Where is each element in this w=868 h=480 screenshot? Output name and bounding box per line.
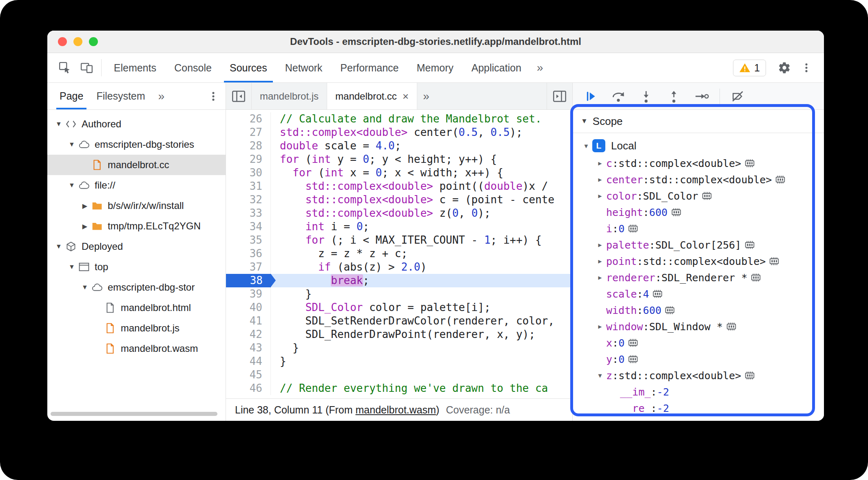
deactivate-breakpoints-button[interactable] <box>728 87 748 106</box>
minimize-window-button[interactable] <box>73 37 82 46</box>
tab-network[interactable]: Network <box>276 53 332 82</box>
line-number[interactable]: 32 <box>226 193 271 207</box>
line-number[interactable]: 44 <box>226 355 271 368</box>
scope-variable-im[interactable]: __im_: -2 <box>573 384 824 400</box>
line-number[interactable]: 40 <box>226 301 271 314</box>
scope-variable-color[interactable]: ▶color: SDL_Color <box>573 188 824 204</box>
code-line-text[interactable]: SDL_SetRenderDrawColor(renderer, color, <box>271 314 572 328</box>
line-number[interactable]: 27 <box>226 126 271 139</box>
code-line-text[interactable]: SDL_RenderDrawPoint(renderer, x, y); <box>271 328 572 341</box>
step-button[interactable] <box>692 87 711 106</box>
scope-variable-c[interactable]: ▶c: std::complex<double> <box>573 155 824 171</box>
tab-console[interactable]: Console <box>165 53 221 82</box>
tab-sources[interactable]: Sources <box>221 53 276 82</box>
more-panels-button[interactable]: » <box>530 61 550 74</box>
code-line-text[interactable]: std::complex<double> c = (point - cente <box>271 193 572 207</box>
close-window-button[interactable] <box>58 37 67 46</box>
code-line-text[interactable]: SDL_Color color = palette[i]; <box>271 301 572 314</box>
execution-line-number[interactable]: 38 <box>226 274 271 287</box>
tab-elements[interactable]: Elements <box>105 53 165 82</box>
toggle-navigator-icon[interactable] <box>226 83 252 109</box>
step-out-button[interactable] <box>664 87 684 106</box>
line-number[interactable]: 28 <box>226 139 271 153</box>
scope-section-header[interactable]: ▼ Scope <box>573 110 824 133</box>
scope-variable-renderer[interactable]: ▶renderer: SDL_Renderer * <box>573 269 824 286</box>
tree-item-authored[interactable]: ▼Authored <box>47 114 226 134</box>
close-tab-icon[interactable]: × <box>403 91 409 102</box>
tree-item-emscripten-dbg-stor[interactable]: ▼emscripten-dbg-stor <box>47 277 226 298</box>
line-number[interactable]: 42 <box>226 328 271 341</box>
settings-button[interactable] <box>773 57 795 79</box>
line-number[interactable]: 26 <box>226 112 271 126</box>
scope-variable-height[interactable]: height: 600 <box>573 204 824 220</box>
scope-variable-palette[interactable]: ▶palette: SDL_Color[256] <box>573 237 824 253</box>
line-number[interactable]: 46 <box>226 382 271 395</box>
code-line-text[interactable]: break; <box>271 274 572 287</box>
line-number[interactable]: 29 <box>226 153 271 166</box>
tab-memory[interactable]: Memory <box>407 53 462 82</box>
step-over-button[interactable] <box>609 87 628 106</box>
tree-item-mandelbrot-cc[interactable]: mandelbrot.cc <box>47 155 226 175</box>
scope-variable-x[interactable]: x: 0 <box>573 335 824 351</box>
code-line-text[interactable]: // Calculate and draw the Mandelbrot set… <box>271 112 572 126</box>
code-line-text[interactable]: int i = 0; <box>271 220 572 233</box>
tree-item-mandelbrot-js[interactable]: mandelbrot.js <box>47 318 226 338</box>
tab-application[interactable]: Application <box>463 53 530 82</box>
code-line-text[interactable]: } <box>271 287 572 301</box>
more-editor-tabs-button[interactable]: » <box>417 83 435 109</box>
scope-local-row[interactable]: ▼LLocal <box>573 136 824 155</box>
line-number[interactable]: 30 <box>226 166 271 180</box>
tree-item-tmp-tmp-elctq2ygn[interactable]: ▶tmp/tmp.ELcTq2YGN <box>47 216 226 236</box>
menu-button[interactable] <box>795 57 817 79</box>
tree-item-file[interactable]: ▼file:// <box>47 175 226 196</box>
tree-item-top[interactable]: ▼top <box>47 257 226 277</box>
line-number[interactable]: 36 <box>226 247 271 260</box>
line-number[interactable]: 37 <box>226 260 271 274</box>
code-line-text[interactable]: std::complex<double> center(0.5, 0.5); <box>271 126 572 139</box>
tree-item-deployed[interactable]: ▼Deployed <box>47 236 226 257</box>
toggle-debugger-icon[interactable] <box>547 83 572 109</box>
line-number[interactable]: 31 <box>226 180 271 193</box>
code-line-text[interactable]: z = z * z + c; <box>271 247 572 260</box>
code-line-text[interactable]: double scale = 4.0; <box>271 139 572 153</box>
inspect-button[interactable] <box>54 57 76 79</box>
tab-performance[interactable]: Performance <box>331 53 407 82</box>
scope-variable-center[interactable]: ▶center: std::complex<double> <box>573 171 824 188</box>
line-number[interactable]: 45 <box>226 368 271 382</box>
editor-tab-mandelbrot-cc[interactable]: mandelbrot.cc× <box>327 83 417 109</box>
code-line-text[interactable]: } <box>271 355 572 368</box>
code-line-text[interactable]: std::complex<double> point((double)x / <box>271 180 572 193</box>
line-number[interactable]: 33 <box>226 207 271 220</box>
code-line-text[interactable]: std::complex<double> z(0, 0); <box>271 207 572 220</box>
navigator-menu-button[interactable] <box>204 87 222 105</box>
wasm-file-link[interactable]: mandelbrot.wasm <box>356 404 436 416</box>
tree-item-b-s-w-ir-x-w-install[interactable]: ▶b/s/w/ir/x/w/install <box>47 196 226 216</box>
code-line-text[interactable]: for (int x = 0; x < width; x++) { <box>271 166 572 180</box>
scope-variable-z[interactable]: ▼z: std::complex<double> <box>573 367 824 384</box>
navigator-hscrollbar[interactable] <box>51 412 217 416</box>
tree-item-mandelbrot-wasm[interactable]: mandelbrot.wasm <box>47 338 226 359</box>
scope-variable-width[interactable]: width: 600 <box>573 302 824 318</box>
zoom-window-button[interactable] <box>89 37 98 46</box>
scope-variable-window[interactable]: ▶window: SDL_Window * <box>573 318 824 335</box>
navigator-tab-page[interactable]: Page <box>53 83 90 109</box>
issues-badge[interactable]: 1 <box>733 60 766 76</box>
line-number[interactable]: 34 <box>226 220 271 233</box>
more-navigator-tabs-button[interactable]: » <box>152 90 171 103</box>
code-line-text[interactable]: for (int y = 0; y < height; y++) { <box>271 153 572 166</box>
line-number[interactable]: 43 <box>226 341 271 355</box>
code-line-text[interactable]: // Render everything we've drawn to the … <box>271 382 572 395</box>
tree-item-emscripten-dbg-stories[interactable]: ▼emscripten-dbg-stories <box>47 134 226 155</box>
step-into-button[interactable] <box>636 87 656 106</box>
scope-variable-scale[interactable]: scale: 4 <box>573 286 824 302</box>
code-line-text[interactable]: if (abs(z) > 2.0) <box>271 260 572 274</box>
code-line-text[interactable]: } <box>271 341 572 355</box>
line-number[interactable]: 35 <box>226 233 271 247</box>
line-number[interactable]: 41 <box>226 314 271 328</box>
code-line-text[interactable] <box>271 368 572 382</box>
scope-variable-point[interactable]: ▶point: std::complex<double> <box>573 253 824 269</box>
scope-variable-re[interactable]: __re_: -2 <box>573 400 824 416</box>
device-toolbar-button[interactable] <box>76 57 98 79</box>
resume-button[interactable] <box>581 87 600 106</box>
scope-variable-y[interactable]: y: 0 <box>573 351 824 367</box>
